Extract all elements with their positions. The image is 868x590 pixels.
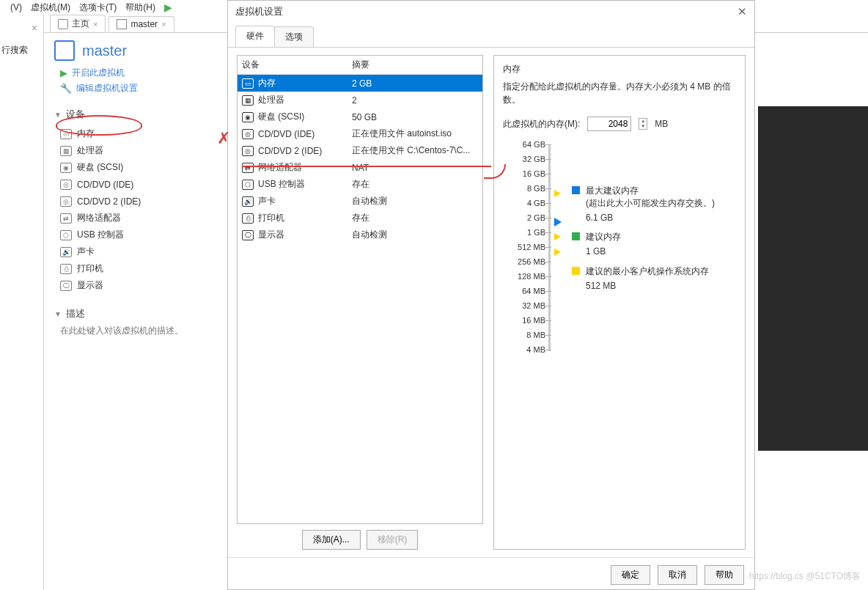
menu-help[interactable]: 帮助(H) bbox=[125, 1, 155, 14]
memory-heading: 内存 bbox=[503, 63, 736, 75]
tick-label: 32 GB bbox=[503, 155, 545, 163]
device-name: CD/DVD (IDE) bbox=[77, 180, 133, 190]
legend-title: 建议内存 bbox=[586, 231, 621, 243]
yellow-square-icon bbox=[572, 267, 580, 275]
memory-slider: 64 GB32 GB16 GB8 GB4 GB2 GB1 GB512 MB256… bbox=[503, 144, 736, 364]
legend-max: 最大建议内存 (超出此大小可能发生内存交换。) 6.1 GB bbox=[572, 185, 715, 224]
device-name: 处理器 bbox=[77, 144, 103, 157]
tab-hardware[interactable]: 硬件 bbox=[235, 26, 275, 47]
vm-icon bbox=[117, 19, 127, 29]
tick-label: 8 MB bbox=[503, 331, 545, 339]
hw-summary: 50 GB bbox=[347, 111, 482, 124]
tick-label: 512 MB bbox=[503, 243, 545, 251]
edit-label: 编辑虚拟机设置 bbox=[76, 82, 138, 95]
tick-label: 16 MB bbox=[503, 316, 545, 325]
close-icon[interactable]: × bbox=[93, 20, 98, 29]
hw-row[interactable]: ◎CD/DVD 2 (IDE)正在使用文件 C:\Centos-7\C... bbox=[238, 142, 482, 159]
dsp-icon: 🖵 bbox=[242, 230, 254, 240]
legend-title: 最大建议内存 bbox=[586, 185, 715, 197]
hw-row[interactable]: ◉硬盘 (SCSI)50 GB bbox=[238, 108, 482, 125]
tab-options[interactable]: 选项 bbox=[274, 26, 314, 48]
mem-icon: ▭ bbox=[242, 78, 254, 89]
menu-vm[interactable]: 虚拟机(M) bbox=[31, 1, 70, 14]
add-button[interactable]: 添加(A)... bbox=[302, 530, 361, 550]
hw-name: 打印机 bbox=[258, 212, 284, 224]
dialog-titlebar: 虚拟机设置 ✕ bbox=[228, 1, 754, 23]
tick-label: 32 MB bbox=[503, 301, 545, 310]
snd-icon: 🔊 bbox=[60, 247, 72, 257]
max-marker bbox=[554, 190, 561, 197]
tab-label: master bbox=[130, 19, 158, 29]
dialog-title: 虚拟机设置 bbox=[235, 5, 283, 18]
remove-button: 移除(R) bbox=[367, 530, 419, 550]
min-marker bbox=[554, 248, 561, 256]
hw-name: USB 控制器 bbox=[258, 178, 305, 191]
hw-summary: 2 bbox=[347, 94, 482, 107]
blue-square-icon bbox=[572, 186, 580, 194]
tick-label: 8 GB bbox=[503, 184, 545, 193]
snd-icon: 🔊 bbox=[242, 196, 254, 207]
hw-summary: 正在使用文件 autoinst.iso bbox=[347, 126, 482, 141]
tick-mark bbox=[545, 232, 551, 233]
section-title: 描述 bbox=[66, 307, 85, 320]
tick-label: 4 MB bbox=[503, 345, 545, 354]
hardware-table: 设备 摘要 ▭内存2 GB▦处理器2◉硬盘 (SCSI)50 GB◎CD/DVD… bbox=[237, 55, 483, 524]
hw-summary: 存在 bbox=[347, 210, 482, 226]
legend-value: 1 GB bbox=[586, 246, 621, 258]
memory-input[interactable] bbox=[587, 117, 631, 131]
memory-panel: 内存 指定分配给此虚拟机的内存量。内存大小必须为 4 MB 的倍数。 此虚拟机的… bbox=[493, 55, 746, 550]
col-summary: 摘要 bbox=[347, 56, 482, 74]
section-title: 设备 bbox=[66, 108, 85, 121]
tab-vm[interactable]: master × bbox=[108, 16, 174, 32]
hw-row[interactable]: ⇄网络适配器NAT bbox=[238, 159, 482, 176]
hw-row[interactable]: 🔊声卡自动检测 bbox=[238, 193, 482, 210]
close-icon[interactable]: × bbox=[32, 22, 37, 34]
play-icon[interactable]: ▶ bbox=[164, 1, 172, 13]
hw-summary: 存在 bbox=[347, 177, 482, 192]
hw-row[interactable]: ⬡USB 控制器存在 bbox=[238, 176, 482, 193]
tick-mark bbox=[545, 335, 551, 336]
mem-icon: ▭ bbox=[60, 129, 72, 139]
cd-icon: ◎ bbox=[60, 180, 72, 190]
hw-row[interactable]: 🖵显示器自动检测 bbox=[238, 226, 482, 243]
close-icon[interactable]: × bbox=[161, 20, 166, 29]
slider-scale[interactable]: 64 GB32 GB16 GB8 GB4 GB2 GB1 GB512 MB256… bbox=[503, 144, 562, 364]
page-title: master bbox=[82, 43, 127, 59]
hw-name: 硬盘 (SCSI) bbox=[258, 111, 304, 123]
tick-label: 64 GB bbox=[503, 140, 545, 149]
home-icon bbox=[58, 19, 68, 29]
memory-input-row: 此虚拟机的内存(M): ▲▼ MB bbox=[503, 117, 736, 131]
menu-view[interactable]: (V) bbox=[10, 2, 22, 12]
help-button[interactable]: 帮助 bbox=[705, 565, 744, 585]
tick-label: 256 MB bbox=[503, 257, 545, 266]
tick-label: 1 GB bbox=[503, 228, 545, 237]
hw-row[interactable]: ▭内存2 GB bbox=[238, 75, 482, 92]
ok-button[interactable]: 确定 bbox=[611, 565, 650, 585]
device-name: 内存 bbox=[77, 128, 95, 140]
device-name: 声卡 bbox=[77, 246, 95, 258]
tab-home[interactable]: 主页 × bbox=[50, 15, 106, 32]
tick-label: 16 GB bbox=[503, 169, 545, 178]
rec-marker bbox=[554, 233, 561, 240]
legend: 最大建议内存 (超出此大小可能发生内存交换。) 6.1 GB 建议内存 1 GB bbox=[572, 144, 715, 364]
hw-name: 处理器 bbox=[258, 94, 284, 106]
current-marker[interactable] bbox=[554, 218, 562, 226]
hw-name: 声卡 bbox=[258, 195, 276, 207]
hw-row[interactable]: ▦处理器2 bbox=[238, 92, 482, 108]
cancel-button[interactable]: 取消 bbox=[658, 565, 697, 585]
hw-summary: 正在使用文件 C:\Centos-7\C... bbox=[347, 143, 482, 158]
device-name: 网络适配器 bbox=[77, 212, 121, 224]
tick-mark bbox=[545, 188, 551, 189]
device-name: USB 控制器 bbox=[77, 229, 124, 241]
hw-summary: 自动检测 bbox=[347, 193, 482, 209]
wrench-icon: 🔧 bbox=[60, 83, 72, 94]
hw-row[interactable]: ⎙打印机存在 bbox=[238, 210, 482, 226]
hardware-list-panel: 设备 摘要 ▭内存2 GB▦处理器2◉硬盘 (SCSI)50 GB◎CD/DVD… bbox=[237, 55, 483, 550]
memory-label: 此虚拟机的内存(M): bbox=[503, 118, 580, 130]
menu-tab[interactable]: 选项卡(T) bbox=[79, 1, 117, 14]
chevron-down-icon: ▼ bbox=[54, 310, 62, 318]
memory-spinner[interactable]: ▲▼ bbox=[639, 118, 647, 130]
hw-row[interactable]: ◎CD/DVD (IDE)正在使用文件 autoinst.iso bbox=[238, 125, 482, 142]
cd-icon: ◎ bbox=[60, 196, 72, 207]
close-icon[interactable]: ✕ bbox=[738, 5, 747, 18]
